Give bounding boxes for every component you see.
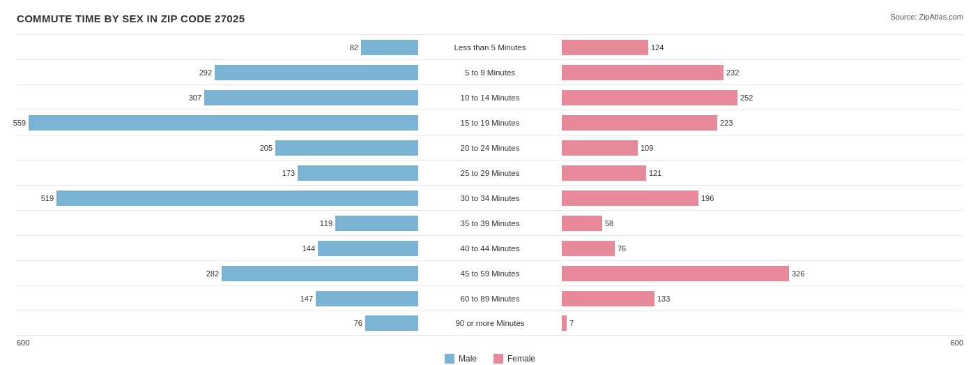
row-label: 25 to 29 Minutes bbox=[418, 169, 562, 177]
male-value: 147 bbox=[300, 295, 313, 303]
right-section: 326 bbox=[562, 261, 963, 285]
row-label: 15 to 19 Minutes bbox=[418, 119, 562, 127]
female-bar: 326 bbox=[562, 266, 789, 281]
female-bar: 232 bbox=[562, 65, 723, 80]
chart-row: 119 35 to 39 Minutes 58 bbox=[17, 210, 963, 235]
chart-container: COMMUTE TIME BY SEX IN ZIP CODE 27025 So… bbox=[0, 0, 980, 365]
female-value: 121 bbox=[649, 169, 661, 177]
female-bar: 109 bbox=[562, 140, 638, 156]
chart-row: 76 90 or more Minutes 7 bbox=[17, 311, 963, 336]
right-section: 133 bbox=[562, 286, 963, 311]
right-section: 232 bbox=[562, 60, 963, 84]
legend: Male Female bbox=[17, 354, 963, 364]
left-section: 519 bbox=[17, 186, 418, 210]
left-section: 173 bbox=[17, 161, 418, 185]
male-bar: 147 bbox=[316, 291, 418, 306]
male-bar: 559 bbox=[29, 115, 418, 131]
row-label: 45 to 59 Minutes bbox=[418, 269, 562, 278]
female-value: 196 bbox=[701, 194, 714, 202]
chart-row: 205 20 to 24 Minutes 109 bbox=[17, 135, 963, 160]
chart-row: 307 10 to 14 Minutes 252 bbox=[17, 84, 963, 110]
chart-row: 292 5 to 9 Minutes 232 bbox=[17, 59, 963, 84]
male-value: 205 bbox=[260, 144, 273, 152]
female-value: 76 bbox=[618, 244, 626, 253]
female-bar: 133 bbox=[562, 291, 654, 306]
legend-female-label: Female bbox=[507, 354, 535, 364]
male-bar: 76 bbox=[365, 315, 418, 331]
female-bar: 58 bbox=[562, 216, 602, 231]
chart-row: 282 45 to 59 Minutes 326 bbox=[17, 260, 963, 285]
male-value: 76 bbox=[354, 319, 362, 327]
right-section: 252 bbox=[562, 85, 963, 110]
chart-title: COMMUTE TIME BY SEX IN ZIP CODE 27025 bbox=[17, 13, 963, 24]
x-tick-left: 600 bbox=[17, 338, 29, 347]
female-bar: 124 bbox=[562, 40, 648, 55]
male-value: 519 bbox=[41, 194, 54, 202]
chart-row: 82 Less than 5 Minutes 124 bbox=[17, 34, 963, 59]
male-value: 173 bbox=[282, 169, 295, 177]
female-bar: 196 bbox=[562, 191, 698, 206]
right-section: 109 bbox=[562, 135, 963, 160]
male-value: 119 bbox=[320, 219, 332, 228]
female-bar: 7 bbox=[562, 315, 567, 331]
female-value: 133 bbox=[657, 295, 670, 303]
row-label: 40 to 44 Minutes bbox=[418, 244, 562, 253]
male-bar: 144 bbox=[318, 241, 418, 256]
source-label: Source: ZipAtlas.com bbox=[890, 13, 963, 21]
male-value: 559 bbox=[13, 119, 26, 127]
female-value: 58 bbox=[605, 219, 613, 228]
left-section: 119 bbox=[17, 211, 418, 235]
male-value: 292 bbox=[199, 68, 212, 77]
left-section: 292 bbox=[17, 60, 418, 84]
left-section: 76 bbox=[17, 311, 418, 335]
left-section: 82 bbox=[17, 35, 418, 59]
male-value: 282 bbox=[206, 269, 219, 278]
female-value: 326 bbox=[792, 269, 804, 278]
row-label: 90 or more Minutes bbox=[418, 319, 562, 327]
row-label: 5 to 9 Minutes bbox=[418, 68, 562, 77]
male-bar: 205 bbox=[275, 140, 418, 156]
left-section: 282 bbox=[17, 261, 418, 285]
legend-male-box bbox=[445, 354, 454, 364]
female-value: 252 bbox=[740, 94, 753, 102]
male-bar: 292 bbox=[215, 65, 418, 80]
legend-male-label: Male bbox=[459, 354, 477, 364]
male-value: 144 bbox=[303, 244, 315, 253]
right-section: 196 bbox=[562, 186, 963, 210]
chart-row: 173 25 to 29 Minutes 121 bbox=[17, 160, 963, 185]
x-tick-right: 600 bbox=[951, 338, 963, 347]
legend-male: Male bbox=[445, 354, 477, 364]
row-label: 30 to 34 Minutes bbox=[418, 194, 562, 202]
chart-row: 519 30 to 34 Minutes 196 bbox=[17, 185, 963, 210]
chart-row: 147 60 to 89 Minutes 133 bbox=[17, 285, 963, 311]
female-value: 223 bbox=[720, 119, 733, 127]
male-value: 307 bbox=[189, 94, 201, 102]
female-bar: 121 bbox=[562, 165, 646, 181]
row-label: 20 to 24 Minutes bbox=[418, 144, 562, 152]
female-value: 7 bbox=[569, 319, 574, 327]
left-section: 559 bbox=[17, 110, 418, 135]
male-bar: 519 bbox=[56, 191, 418, 206]
right-section: 7 bbox=[562, 311, 963, 335]
row-label: 10 to 14 Minutes bbox=[418, 94, 562, 102]
chart-row: 559 15 to 19 Minutes 223 bbox=[17, 110, 963, 135]
right-section: 76 bbox=[562, 236, 963, 260]
right-section: 121 bbox=[562, 161, 963, 185]
row-label: 60 to 89 Minutes bbox=[418, 295, 562, 303]
right-section: 58 bbox=[562, 211, 963, 235]
chart-row: 144 40 to 44 Minutes 76 bbox=[17, 235, 963, 260]
x-axis: 600 600 bbox=[17, 338, 963, 347]
female-bar: 76 bbox=[562, 241, 615, 256]
male-bar: 282 bbox=[222, 266, 418, 281]
right-section: 124 bbox=[562, 35, 963, 59]
male-bar: 119 bbox=[335, 216, 418, 231]
female-bar: 223 bbox=[562, 115, 717, 131]
chart-rows: 82 Less than 5 Minutes 124 292 5 to 9 Mi… bbox=[17, 34, 963, 336]
left-section: 144 bbox=[17, 236, 418, 260]
male-value: 82 bbox=[350, 43, 358, 52]
male-bar: 173 bbox=[298, 165, 418, 181]
male-bar: 82 bbox=[361, 40, 418, 55]
right-section: 223 bbox=[562, 110, 963, 135]
female-value: 124 bbox=[651, 43, 664, 52]
left-section: 205 bbox=[17, 135, 418, 160]
